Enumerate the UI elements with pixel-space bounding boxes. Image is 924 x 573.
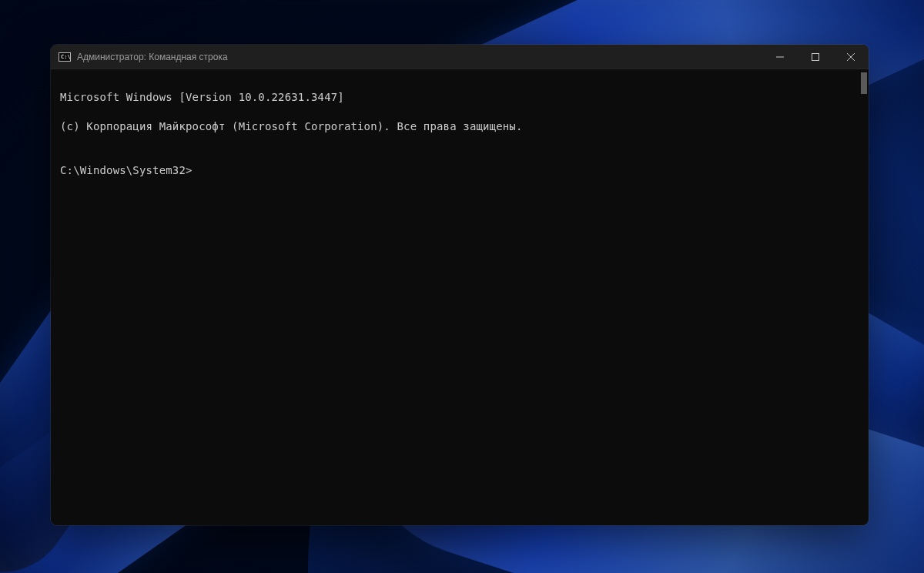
command-prompt-window: C:\ Администратор: Командная строка Micr…: [51, 45, 869, 525]
close-button[interactable]: [833, 45, 869, 69]
terminal-line-version: Microsoft Windows [Version 10.0.22631.34…: [60, 90, 859, 105]
terminal-line-copyright: (c) Корпорация Майкрософт (Microsoft Cor…: [60, 119, 859, 134]
terminal-output[interactable]: Microsoft Windows [Version 10.0.22631.34…: [51, 69, 869, 525]
terminal-prompt: C:\Windows\System32>: [60, 163, 192, 178]
window-title: Администратор: Командная строка: [77, 52, 762, 62]
minimize-button[interactable]: [762, 45, 798, 69]
scrollbar-thumb[interactable]: [861, 72, 867, 94]
cmd-icon: C:\: [59, 51, 71, 63]
svg-rect-3: [812, 54, 819, 61]
svg-text:C:\: C:\: [61, 54, 71, 60]
window-controls: [762, 45, 869, 69]
scrollbar-track[interactable]: [859, 72, 867, 522]
window-titlebar[interactable]: C:\ Администратор: Командная строка: [51, 45, 869, 69]
maximize-button[interactable]: [798, 45, 833, 69]
